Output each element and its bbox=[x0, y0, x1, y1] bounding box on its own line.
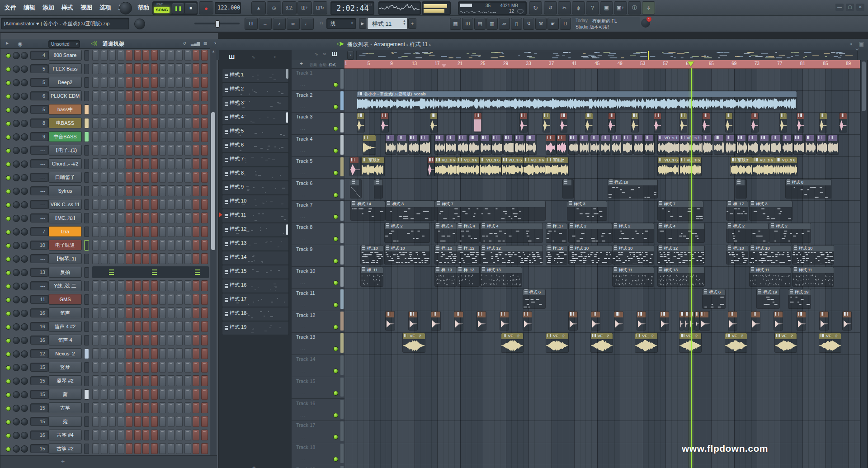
channel-pan-knob[interactable] bbox=[13, 52, 20, 59]
audio-clip[interactable] bbox=[435, 135, 445, 154]
step-cell[interactable] bbox=[201, 185, 208, 196]
step-cell[interactable] bbox=[118, 430, 124, 440]
audio-clip[interactable]: 军鼓jz bbox=[362, 157, 384, 176]
audio-clip[interactable] bbox=[614, 312, 623, 331]
track-name[interactable]: Track 2 bbox=[296, 92, 312, 98]
step-cell[interactable] bbox=[193, 90, 199, 101]
add-channel-button[interactable]: + bbox=[61, 458, 65, 465]
pattern-item[interactable]: 样式 4 bbox=[222, 111, 289, 125]
step-cell[interactable] bbox=[101, 375, 108, 386]
step-cell[interactable] bbox=[151, 63, 158, 74]
clip-header[interactable] bbox=[454, 312, 463, 317]
step-cell[interactable] bbox=[101, 280, 108, 291]
audio-clip[interactable]: VD..s 6 bbox=[457, 157, 479, 176]
step-cell[interactable] bbox=[109, 321, 116, 332]
audio-clip[interactable] bbox=[783, 135, 793, 154]
step-cell[interactable] bbox=[159, 443, 166, 454]
clip-header[interactable]: 军鼓jz bbox=[362, 157, 384, 163]
channel-volume-knob[interactable] bbox=[21, 255, 28, 263]
step-cell[interactable] bbox=[168, 416, 175, 427]
track-mute-dots[interactable]: ··· bbox=[300, 369, 306, 374]
step-cell[interactable] bbox=[184, 321, 191, 332]
channel-button[interactable]: 竖琴 bbox=[48, 362, 82, 373]
audio-icon[interactable]: ∿ bbox=[251, 54, 255, 60]
step-cell[interactable] bbox=[201, 104, 208, 115]
pattern-clip[interactable]: 样式 14 bbox=[351, 201, 385, 220]
audio-clip[interactable] bbox=[726, 135, 736, 154]
channel-button[interactable]: PLUCK EDM bbox=[48, 90, 82, 101]
step-cell[interactable] bbox=[151, 280, 158, 291]
step-cell[interactable] bbox=[168, 50, 175, 61]
pattern-clip[interactable]: 样..17 bbox=[546, 223, 567, 242]
track-name[interactable]: Track 6 bbox=[296, 180, 312, 186]
step-cell[interactable] bbox=[201, 362, 208, 373]
track-header[interactable]: Track 11··· bbox=[292, 288, 344, 311]
clip-header[interactable] bbox=[435, 135, 443, 141]
audio-clip[interactable] bbox=[843, 312, 851, 331]
track-header[interactable]: Track 12··· bbox=[292, 311, 344, 333]
step-cell[interactable] bbox=[151, 335, 158, 345]
mixer-track-number[interactable]: 5 bbox=[30, 78, 48, 87]
step-cell[interactable] bbox=[201, 158, 208, 169]
step-cell[interactable] bbox=[109, 389, 116, 400]
step-cell[interactable] bbox=[118, 335, 124, 345]
step-cell[interactable] bbox=[109, 430, 116, 440]
clip-header[interactable] bbox=[515, 135, 524, 141]
step-cell[interactable] bbox=[193, 185, 199, 196]
pattern-item[interactable]: 样式 16 bbox=[222, 279, 289, 293]
step-cell[interactable] bbox=[168, 253, 175, 264]
step-cell[interactable] bbox=[134, 172, 141, 183]
step-cell[interactable] bbox=[101, 158, 108, 169]
step-cell[interactable] bbox=[168, 280, 175, 291]
audio-clip[interactable] bbox=[760, 135, 770, 154]
clip-header[interactable] bbox=[843, 312, 851, 317]
maximize-icon[interactable]: ▢ bbox=[846, 4, 854, 11]
clip-header[interactable]: 样..12 bbox=[457, 246, 479, 251]
track-name[interactable]: Track 8 bbox=[296, 224, 312, 230]
step-cell[interactable] bbox=[134, 77, 141, 88]
clip-header[interactable]: 军鼓jz bbox=[546, 157, 568, 163]
master-pitch-knob[interactable] bbox=[134, 19, 145, 29]
track-mute-dots[interactable]: ··· bbox=[300, 215, 306, 220]
clip-header[interactable] bbox=[760, 135, 769, 141]
clip-header[interactable]: 样式 14 bbox=[351, 201, 385, 207]
step-cell[interactable] bbox=[118, 443, 124, 454]
clip-header[interactable]: 样..10 bbox=[361, 246, 383, 251]
pattern-clip[interactable] bbox=[736, 180, 746, 199]
clip-header[interactable] bbox=[684, 312, 689, 317]
clip-header[interactable] bbox=[569, 312, 577, 317]
pattern-clip[interactable]: 样式 12 bbox=[481, 246, 542, 265]
step-cell[interactable] bbox=[142, 402, 149, 413]
step-cell[interactable] bbox=[118, 185, 124, 196]
step-cell[interactable] bbox=[159, 307, 166, 318]
step-cell[interactable] bbox=[126, 430, 132, 440]
clip-header[interactable]: 样式 2 bbox=[569, 223, 612, 229]
step-cell[interactable] bbox=[109, 63, 116, 74]
track-header[interactable]: Track 18··· bbox=[292, 443, 344, 465]
mixer-track-number[interactable]: 15 bbox=[30, 444, 48, 453]
channel-pan-knob[interactable] bbox=[13, 391, 20, 398]
clip-header[interactable] bbox=[794, 135, 802, 141]
step-cell[interactable] bbox=[201, 348, 208, 359]
pattern-clip[interactable]: 样式 13 bbox=[481, 267, 522, 286]
step-cell[interactable] bbox=[109, 443, 116, 454]
clip-header[interactable] bbox=[431, 312, 440, 317]
pattern-selector[interactable]: 样式 11 ▲▼ bbox=[367, 18, 408, 29]
step-cell[interactable] bbox=[201, 294, 208, 305]
mixer-track-number[interactable]: 8 bbox=[30, 118, 48, 128]
step-cell[interactable] bbox=[101, 430, 108, 440]
audio-clip[interactable] bbox=[794, 135, 804, 154]
step-cell[interactable] bbox=[142, 145, 149, 156]
track-header[interactable]: Track 2··· bbox=[292, 90, 344, 113]
clip-header[interactable] bbox=[654, 113, 661, 119]
pattern-clip[interactable]: 样式 6 bbox=[523, 289, 546, 308]
track-color-strip[interactable] bbox=[340, 289, 344, 309]
step-cell[interactable] bbox=[201, 199, 208, 210]
audio-clip[interactable] bbox=[748, 135, 759, 154]
clip-header[interactable]: 样式 10 bbox=[750, 246, 791, 251]
step-cell[interactable] bbox=[201, 443, 208, 454]
channel-pan-knob[interactable] bbox=[13, 174, 20, 181]
step-cell[interactable] bbox=[193, 104, 199, 115]
channel-button[interactable]: 电BASS bbox=[48, 118, 82, 128]
clip-header[interactable]: 样式 6 bbox=[703, 289, 725, 295]
